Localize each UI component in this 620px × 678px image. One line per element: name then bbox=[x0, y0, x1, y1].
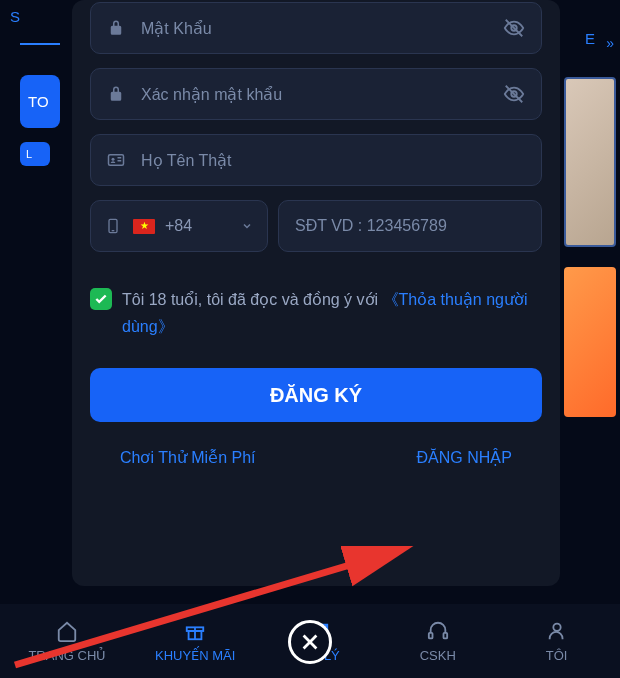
headset-icon bbox=[427, 620, 449, 642]
nav-support[interactable]: CSKH bbox=[403, 620, 473, 663]
bg-top-right-char: E bbox=[585, 30, 595, 47]
bg-thumbnail-1[interactable] bbox=[564, 77, 616, 247]
nav-me[interactable]: TÔI bbox=[522, 620, 592, 663]
check-icon bbox=[94, 292, 108, 306]
lock-icon bbox=[107, 85, 125, 103]
eye-off-icon[interactable] bbox=[503, 83, 525, 105]
nav-home[interactable]: TRANG CHỦ bbox=[28, 620, 106, 663]
phone-prefix-selector[interactable]: +84 bbox=[90, 200, 268, 252]
nav-promo[interactable]: KHUYẾN MÃI bbox=[155, 620, 235, 663]
home-icon bbox=[56, 620, 78, 642]
chevron-right-icon[interactable]: » bbox=[606, 35, 614, 51]
bg-thumbnail-2[interactable] bbox=[564, 267, 616, 417]
close-icon bbox=[299, 631, 321, 653]
flag-vietnam-icon bbox=[133, 219, 155, 234]
chevron-down-icon bbox=[241, 220, 253, 232]
bg-l-card: L bbox=[20, 142, 50, 166]
svg-rect-14 bbox=[443, 632, 447, 638]
svg-point-15 bbox=[553, 623, 560, 630]
id-card-icon bbox=[107, 151, 125, 169]
bg-to-card: TO bbox=[20, 75, 60, 128]
lock-icon bbox=[107, 19, 125, 37]
fullname-field[interactable]: Họ Tên Thật bbox=[90, 134, 542, 186]
fullname-placeholder: Họ Tên Thật bbox=[141, 151, 525, 170]
svg-rect-13 bbox=[429, 632, 433, 638]
tab-underline bbox=[20, 43, 60, 45]
gift-icon bbox=[184, 620, 206, 642]
confirm-password-field[interactable]: Xác nhận mật khẩu bbox=[90, 68, 542, 120]
phone-prefix-text: +84 bbox=[165, 217, 241, 235]
agreement-checkbox[interactable] bbox=[90, 288, 112, 310]
register-button[interactable]: ĐĂNG KÝ bbox=[90, 368, 542, 422]
agreement-row: Tôi 18 tuổi, tôi đã đọc và đồng ý với 《T… bbox=[90, 286, 542, 340]
password-field[interactable]: Mật Khẩu bbox=[90, 2, 542, 54]
agreement-text: Tôi 18 tuổi, tôi đã đọc và đồng ý với 《T… bbox=[122, 286, 542, 340]
bg-top-left-char: S bbox=[10, 8, 70, 25]
trial-link[interactable]: Chơi Thử Miễn Phí bbox=[120, 448, 256, 467]
phone-placeholder: SĐT VD : 123456789 bbox=[295, 217, 525, 235]
password-placeholder: Mật Khẩu bbox=[141, 19, 503, 38]
user-icon bbox=[546, 620, 568, 642]
phone-icon bbox=[105, 216, 121, 236]
modal-bottom-links: Chơi Thử Miễn Phí ĐĂNG NHẬP bbox=[90, 448, 542, 467]
confirm-password-placeholder: Xác nhận mật khẩu bbox=[141, 85, 503, 104]
close-button[interactable] bbox=[288, 620, 332, 664]
eye-off-icon[interactable] bbox=[503, 17, 525, 39]
svg-point-5 bbox=[112, 158, 115, 161]
login-link[interactable]: ĐĂNG NHẬP bbox=[417, 448, 512, 467]
register-modal: Mật Khẩu Xác nhận mật khẩu Họ Tên Thật +… bbox=[72, 0, 560, 586]
phone-field-group: +84 SĐT VD : 123456789 bbox=[90, 200, 542, 252]
phone-number-field[interactable]: SĐT VD : 123456789 bbox=[278, 200, 542, 252]
